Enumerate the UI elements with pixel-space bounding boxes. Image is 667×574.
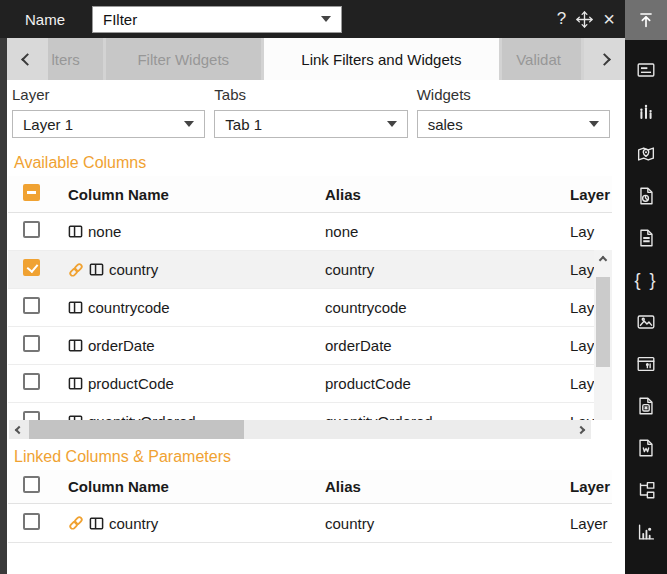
column-icon [89, 516, 104, 531]
column-alias: quantityOrdered [325, 413, 570, 420]
tab-label: Link Filters and Widgets [301, 51, 461, 68]
column-name: country [109, 261, 158, 278]
sidebar-excel-export-icon[interactable] [625, 393, 667, 419]
chevron-down-icon [321, 16, 331, 22]
column-name: none [88, 223, 121, 240]
column-layer: Lay [570, 223, 612, 240]
sidebar-report-icon[interactable] [625, 183, 667, 209]
row-checkbox[interactable] [23, 373, 40, 390]
table-row[interactable]: country country Layer [8, 504, 612, 543]
link-filters-dialog: Name FIlter ? × [0, 0, 667, 574]
column-name-header: Column Name [58, 478, 325, 495]
tab-link-filters-and-widgets[interactable]: Link Filters and Widgets [264, 38, 500, 80]
column-icon [68, 300, 83, 315]
available-table-body: none none Lay country country Lay [8, 213, 612, 420]
sidebar-chart-builder-icon[interactable] [625, 519, 667, 545]
column-alias: country [325, 515, 570, 532]
sidebar-maps-icon[interactable] [625, 141, 667, 167]
chevron-down-icon [589, 121, 599, 127]
column-alias: orderDate [325, 337, 570, 354]
row-checkbox[interactable] [23, 259, 40, 276]
scroll-left-button[interactable] [9, 420, 29, 439]
row-checkbox[interactable] [23, 335, 40, 352]
table-row[interactable]: quantityOrdered quantityOrdered Lay [8, 403, 612, 420]
scroll-to-top-button[interactable] [625, 0, 667, 40]
column-name: orderDate [88, 337, 155, 354]
tab-filter-widgets[interactable]: Filter Widgets [106, 38, 261, 80]
horizontal-scrollbar-thumb[interactable] [29, 420, 244, 439]
linked-columns-title: Linked Columns & Parameters [14, 448, 231, 466]
table-row[interactable]: productCode productCode Lay [8, 365, 612, 403]
alias-header: Alias [325, 478, 570, 495]
tabs-label: Tabs [214, 86, 407, 103]
column-layer: Layer [570, 515, 612, 532]
chevron-down-icon [387, 121, 397, 127]
dialog-left-edge [0, 38, 7, 574]
horizontal-scrollbar-track[interactable] [29, 420, 571, 439]
dialog-titlebar: Name FIlter ? × [0, 0, 625, 38]
tabs-scroll-left-button[interactable] [7, 38, 48, 80]
sidebar-code-braces-icon[interactable]: { } [625, 267, 667, 293]
available-table-header: Column Name Alias Layer [8, 176, 612, 213]
table-row[interactable]: countrycode countrycode Lay [8, 289, 612, 327]
tab-label: lters [52, 51, 80, 68]
column-name: countrycode [88, 299, 170, 316]
horizontal-scrollbar[interactable] [9, 420, 613, 439]
filter-name-value: FIlter [103, 11, 321, 28]
available-columns-title: Available Columns [14, 154, 146, 172]
table-row[interactable]: country country Lay [8, 251, 612, 289]
sidebar-images-icon[interactable] [625, 309, 667, 335]
link-icon [68, 515, 84, 531]
row-checkbox[interactable] [23, 513, 40, 530]
tab-validation[interactable]: Validat [502, 38, 581, 80]
column-name: country [109, 515, 158, 532]
chevron-left-icon [21, 53, 34, 66]
table-row[interactable]: orderDate orderDate Lay [8, 327, 612, 365]
alias-header: Alias [325, 186, 570, 203]
column-icon [89, 262, 104, 277]
tabs-select-value: Tab 1 [225, 116, 386, 133]
select-all-checkbox[interactable] [23, 184, 40, 201]
widgets-label: Widgets [417, 86, 610, 103]
layer-select-value: Layer 1 [23, 116, 184, 133]
sidebar-word-export-icon[interactable] [625, 435, 667, 461]
sidebar-charts-icon[interactable] [625, 99, 667, 125]
chevron-left-icon [15, 425, 23, 433]
sidebar-hierarchy-icon[interactable] [625, 477, 667, 503]
vertical-scrollbar[interactable] [594, 250, 612, 420]
column-icon [68, 224, 83, 239]
app-sidebar: { } [625, 0, 667, 574]
name-label: Name [25, 11, 65, 28]
scroll-right-button[interactable] [571, 420, 591, 439]
row-checkbox[interactable] [23, 297, 40, 314]
filter-name-select[interactable]: FIlter [92, 6, 342, 33]
table-row[interactable]: none none Lay [8, 213, 612, 251]
column-name: productCode [88, 375, 174, 392]
column-name: quantityOrdered [88, 413, 196, 420]
tabs-select[interactable]: Tab 1 [214, 110, 407, 138]
linked-columns-table: Column Name Alias Layer country country … [8, 470, 612, 543]
tabs-scroll-right-button[interactable] [584, 38, 625, 80]
select-all-checkbox[interactable] [23, 476, 40, 493]
scroll-up-button[interactable] [594, 252, 612, 268]
sidebar-panel-icon[interactable] [625, 57, 667, 83]
dialog-tabbar: lters Filter Widgets Link Filters and Wi… [0, 38, 625, 80]
close-icon[interactable]: × [603, 9, 615, 29]
layer-select[interactable]: Layer 1 [12, 110, 205, 138]
move-icon[interactable] [575, 10, 594, 29]
column-icon [68, 338, 83, 353]
column-icon [68, 376, 83, 391]
row-checkbox[interactable] [23, 411, 40, 420]
dialog-content: Layer Layer 1 Tabs Tab 1 Widgets sales [7, 80, 625, 574]
sidebar-widget-table-icon[interactable] [625, 351, 667, 377]
column-alias: country [325, 261, 570, 278]
widgets-select[interactable]: sales [417, 110, 610, 138]
sidebar-document-icon[interactable] [625, 225, 667, 251]
vertical-scrollbar-thumb[interactable] [596, 277, 610, 367]
chevron-up-icon [599, 256, 607, 264]
row-checkbox[interactable] [23, 221, 40, 238]
chevron-right-icon [598, 53, 611, 66]
help-icon[interactable]: ? [557, 9, 566, 29]
column-alias: none [325, 223, 570, 240]
tab-filters[interactable]: lters [48, 38, 103, 80]
